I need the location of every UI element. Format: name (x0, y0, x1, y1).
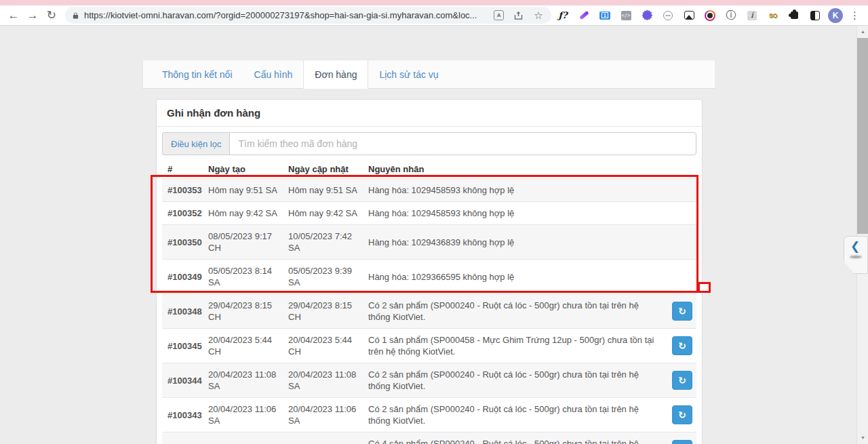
action-cell: ↻ (667, 363, 696, 398)
page-scrollbar[interactable]: ▲ ▼ (856, 24, 868, 444)
created-date: 17/04/2023 12:08 (203, 432, 283, 444)
order-id: #100344 (162, 363, 203, 398)
filter-bar: Điều kiện lọc (162, 132, 696, 155)
table-row: 17/04/2023 12:08 17/04/2023 12:08 Có 4 s… (162, 432, 696, 444)
action-cell (667, 179, 696, 202)
updated-date: Hôm nay 9:51 SA (283, 179, 363, 202)
search-input[interactable] (229, 132, 696, 155)
nav-tab[interactable]: Thông tin kết nối (151, 60, 243, 88)
col-reason: Nguyên nhân (363, 161, 667, 179)
created-date: 08/05/2023 9:17 CH (203, 225, 283, 260)
browser-menu-button[interactable]: ⋮ (846, 9, 864, 22)
address-bar[interactable]: https://kiotviet-omni.haravan.com/?orgid… (65, 7, 551, 24)
browser-window: ← → ↻ https://kiotviet-omni.haravan.com/… (0, 0, 868, 444)
order-id (162, 432, 203, 444)
scrollbar-thumb[interactable] (857, 38, 868, 234)
action-cell (667, 225, 696, 260)
pen-extension-icon[interactable] (578, 9, 590, 22)
created-date: 05/05/2023 8:14 SA (203, 260, 283, 294)
sync-order-button[interactable]: ↻ (672, 302, 692, 321)
refresh-icon: ↻ (678, 409, 686, 420)
order-id: #100349 (162, 260, 203, 294)
image-extension-icon[interactable] (683, 9, 695, 22)
reason-text: Hàng hóa: 1029436839 không hợp lệ (363, 225, 667, 260)
note-extension-icon[interactable]: i (746, 9, 758, 22)
sync-order-button[interactable]: ↻ (672, 405, 692, 424)
table-row: #100348 29/04/2023 8:15 CH 29/04/2023 8:… (162, 294, 696, 329)
orders-panel: Ghi nhận đơn hàng Điều kiện lọc # Ngày t… (156, 99, 703, 444)
order-id: #100352 (162, 202, 203, 225)
tag-extension-icon[interactable]: 1 (599, 9, 611, 22)
extensions-row: ƒ? 1 </> ••• ⓘ i SO (557, 9, 821, 22)
share-icon[interactable] (512, 9, 524, 22)
url-text: https://kiotviet-omni.haravan.com/?orgid… (84, 10, 488, 20)
side-panel-toggle[interactable]: ❮ (844, 236, 868, 274)
reason-text: Có 1 sản phẩm (SP000458 - Mực Ghim Trứng… (363, 329, 667, 363)
chevron-left-icon: ❮ (850, 239, 860, 254)
table-header-row: # Ngày tạo Ngày cập nhật Nguyên nhân (162, 161, 696, 179)
extensions-puzzle-icon[interactable] (788, 9, 800, 22)
bookmark-star-icon[interactable]: ☆ (532, 9, 545, 22)
created-date: 20/04/2023 11:08 SA (203, 363, 283, 398)
back-button[interactable]: ← (4, 7, 23, 24)
order-id: #100353 (162, 179, 203, 202)
scroll-up-arrow[interactable]: ▲ (857, 26, 868, 37)
forward-button[interactable]: → (23, 7, 42, 24)
info-extension-icon[interactable]: ⓘ (725, 9, 737, 22)
created-date: 20/04/2023 5:44 CH (203, 329, 283, 363)
panel-body: Điều kiện lọc # Ngày tạo Ngày cập nhật N… (157, 127, 702, 444)
created-date: Hôm nay 9:51 SA (203, 179, 283, 202)
nav-tab[interactable]: Lịch sử tác vụ (368, 60, 449, 88)
camera-extension-icon[interactable] (704, 9, 716, 22)
order-id: #100350 (162, 225, 203, 260)
translate-icon[interactable]: A (494, 10, 504, 20)
so-extension-icon[interactable]: SO (767, 9, 779, 22)
reason-text: Hàng hóa: 1029458593 không hợp lệ (363, 179, 667, 202)
table-row: #100349 05/05/2023 8:14 SA 05/05/2023 9:… (162, 260, 696, 294)
reason-text: Có 2 sản phẩm (SP000240 - Ruột cá lóc - … (363, 398, 667, 432)
profile-avatar[interactable]: K (828, 8, 843, 23)
fx-extension-icon[interactable]: ƒ? (557, 9, 569, 22)
refresh-icon: ↻ (678, 306, 686, 317)
refresh-icon: ↻ (678, 375, 686, 386)
sync-order-button[interactable]: ↻ (672, 371, 692, 390)
scroll-down-arrow[interactable]: ▼ (857, 432, 868, 443)
reason-text: Có 2 sản phẩm (SP000240 - Ruột cá lóc - … (363, 363, 667, 398)
reason-text: Hàng hóa: 1029366595 không hợp lệ (363, 260, 667, 294)
reason-text: Có 4 sản phẩm (SP000240 - Ruột cá lóc - … (363, 432, 667, 444)
table-row: #100343 20/04/2023 11:06 SA 20/04/2023 1… (162, 398, 696, 432)
circle-dots-extension-icon[interactable]: ••• (662, 9, 674, 22)
table-row: #100344 20/04/2023 11:08 SA 20/04/2023 1… (162, 363, 696, 398)
filter-button[interactable]: Điều kiện lọc (162, 132, 229, 155)
table-row: #100345 20/04/2023 5:44 CH 20/04/2023 5:… (162, 329, 696, 363)
updated-date: 17/04/2023 12:08 (283, 432, 363, 444)
snowflake-extension-icon[interactable] (641, 9, 653, 22)
sync-order-button[interactable]: ↻ (672, 440, 692, 444)
updated-date: 05/05/2023 9:39 SA (283, 260, 363, 294)
col-action (667, 161, 696, 179)
reload-button[interactable]: ↻ (42, 7, 61, 24)
action-cell: ↻ (667, 329, 696, 363)
code-extension-icon[interactable]: </> (620, 9, 632, 22)
action-cell (667, 202, 696, 225)
updated-date: 20/04/2023 11:06 SA (283, 398, 363, 432)
refresh-icon: ↻ (678, 340, 686, 351)
orders-table: # Ngày tạo Ngày cập nhật Nguyên nhân #10… (162, 161, 696, 444)
window-top-strip (0, 0, 868, 5)
order-id: #100345 (162, 329, 203, 363)
updated-date: 20/04/2023 11:08 SA (283, 363, 363, 398)
action-cell (667, 260, 696, 294)
action-cell: ↻ (667, 398, 696, 432)
nav-tab[interactable]: Cấu hình (243, 60, 304, 88)
order-id: #100348 (162, 294, 203, 329)
order-id: #100343 (162, 398, 203, 432)
col-updated: Ngày cập nhật (283, 161, 363, 179)
table-row: #100353 Hôm nay 9:51 SA Hôm nay 9:51 SA … (162, 179, 696, 202)
tab-strip: Thông tin kết nốiCấu hìnhĐơn hàngLịch sử… (142, 60, 715, 89)
theme-extension-icon[interactable] (809, 9, 821, 22)
updated-date: 29/04/2023 8:15 CH (283, 294, 363, 329)
table-row: #100352 Hôm nay 9:42 SA Hôm nay 9:42 SA … (162, 202, 696, 225)
sync-order-button[interactable]: ↻ (672, 336, 692, 355)
nav-tab[interactable]: Đơn hàng (303, 60, 368, 89)
updated-date: Hôm nay 9:42 SA (283, 202, 363, 225)
